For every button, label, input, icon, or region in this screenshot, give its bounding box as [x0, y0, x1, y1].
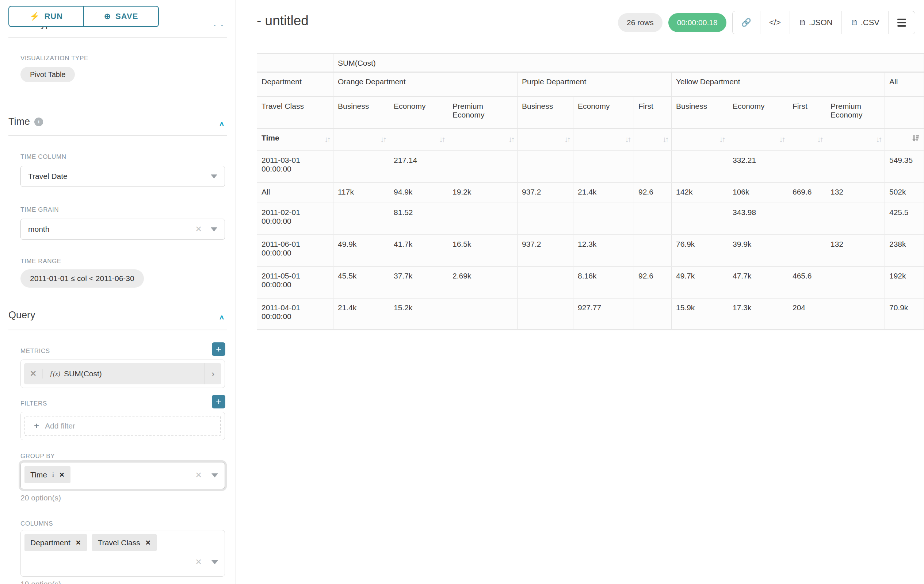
- sort-header-cell[interactable]: ↓↑: [826, 128, 885, 151]
- value-cell: [634, 151, 672, 183]
- pivot-table-container: SUM(Cost)DepartmentOrange DepartmentPurp…: [257, 53, 924, 330]
- plus-icon: +: [34, 421, 39, 431]
- add-filter-button[interactable]: + Add filter: [25, 416, 221, 436]
- row-label-cell: 2011-04-01 00:00:00: [257, 298, 333, 330]
- metric-header-cell: SUM(Cost): [333, 54, 924, 72]
- value-cell: 343.98: [728, 203, 788, 235]
- remove-metric-icon[interactable]: ✕: [24, 369, 43, 378]
- share-link-button[interactable]: 🔗: [733, 12, 760, 34]
- value-cell: 49.7k: [672, 267, 728, 298]
- view-query-button[interactable]: </>: [760, 12, 790, 34]
- columns-select[interactable]: Department✕Travel Class✕ ✕: [20, 530, 225, 577]
- value-cell: [333, 151, 389, 183]
- time-grain-select[interactable]: month ✕: [20, 219, 225, 240]
- chart-title[interactable]: - untitled: [257, 13, 309, 28]
- value-cell: 8.16k: [573, 267, 634, 298]
- clipped-icon-dot: [221, 25, 223, 26]
- value-cell: 106k: [728, 183, 788, 203]
- save-button[interactable]: ⊕ SAVE: [83, 7, 158, 26]
- export-json-button[interactable]: 🗎 .JSON: [790, 12, 842, 34]
- value-cell: 15.2k: [389, 298, 448, 330]
- filters-box: + Add filter: [20, 412, 225, 440]
- query-timer-badge: 00:00:00.18: [668, 13, 726, 32]
- value-cell: 21.4k: [573, 183, 634, 203]
- value-cell: [826, 298, 885, 330]
- sort-header-cell[interactable]: ↓↑: [448, 128, 518, 151]
- clear-icon[interactable]: ✕: [195, 470, 202, 480]
- selected-option-chip[interactable]: Travel Class✕: [92, 534, 157, 551]
- metric-label: SUM(Cost): [64, 369, 102, 378]
- sort-header-cell[interactable]: ↓↑: [672, 128, 728, 151]
- filters-label: FILTERS: [20, 400, 47, 407]
- run-save-button-group: ⚡ RUN ⊕ SAVE: [8, 6, 159, 27]
- value-cell: [518, 267, 573, 298]
- value-cell: 204: [788, 298, 826, 330]
- sort-header-cell[interactable]: ↓↑: [788, 128, 826, 151]
- sort-icon: ↓↑: [439, 135, 444, 144]
- more-options-button[interactable]: [888, 12, 915, 34]
- function-icon: ƒ(x): [50, 370, 60, 378]
- time-range-pill[interactable]: 2011-01-01 ≤ col < 2011-06-30: [20, 269, 144, 288]
- run-button[interactable]: ⚡ RUN: [9, 7, 83, 26]
- remove-chip-icon[interactable]: ✕: [59, 471, 64, 479]
- value-cell: 2.69k: [448, 267, 518, 298]
- clear-icon[interactable]: ✕: [195, 558, 202, 567]
- export-csv-button[interactable]: 🗎 .CSV: [842, 12, 888, 34]
- collapse-query-chevron-icon[interactable]: ∧: [219, 314, 224, 321]
- sub-column-header: Premium Economy: [448, 97, 518, 128]
- value-cell: 927.77: [573, 298, 634, 330]
- chevron-right-icon[interactable]: ›: [204, 363, 221, 384]
- control-panel: Chart Type ⚡ RUN ⊕ SAVE VISUALIZATION TY…: [0, 0, 236, 584]
- time-column-select[interactable]: Travel Date: [20, 166, 225, 187]
- value-cell: 76.9k: [672, 235, 728, 267]
- chevron-down-icon: [211, 227, 217, 231]
- sort-header-cell[interactable]: ↓↑: [333, 128, 389, 151]
- value-cell: [826, 203, 885, 235]
- value-cell: 49.9k: [333, 235, 389, 267]
- value-cell: 94.9k: [389, 183, 448, 203]
- value-cell: [826, 267, 885, 298]
- sort-header-cell[interactable]: [885, 128, 924, 151]
- group-by-options-hint: 20 option(s): [20, 494, 61, 502]
- sort-desc-icon: [911, 134, 920, 143]
- clear-icon[interactable]: ✕: [195, 224, 202, 234]
- remove-chip-icon[interactable]: ✕: [76, 539, 81, 547]
- value-cell: 92.6: [634, 267, 672, 298]
- sort-icon: ↓↑: [876, 135, 881, 144]
- value-cell: 132: [826, 183, 885, 203]
- sort-header-cell[interactable]: ↓↑: [728, 128, 788, 151]
- value-cell: 217.14: [389, 151, 448, 183]
- sub-column-header: First: [788, 97, 826, 128]
- value-cell: [826, 151, 885, 183]
- value-cell: 937.2: [518, 235, 573, 267]
- add-filter-plus-button[interactable]: +: [212, 395, 225, 408]
- remove-chip-icon[interactable]: ✕: [145, 539, 151, 547]
- sort-header-cell[interactable]: ↓↑: [518, 128, 573, 151]
- selected-option-chip[interactable]: Timei✕: [25, 466, 71, 483]
- selected-option-chip[interactable]: Department✕: [25, 534, 87, 551]
- value-cell: [448, 203, 518, 235]
- viz-type-pill[interactable]: Pivot Table: [20, 67, 75, 82]
- chevron-down-icon: [211, 174, 217, 178]
- value-cell: 19.2k: [448, 183, 518, 203]
- column-group-header: Yellow Department: [672, 72, 885, 97]
- sort-icon: ↓↑: [625, 135, 630, 144]
- sort-header-time[interactable]: Time↓↑: [257, 128, 333, 151]
- collapse-time-chevron-icon[interactable]: ∧: [219, 120, 224, 128]
- add-metric-button[interactable]: +: [212, 342, 225, 356]
- metric-pill[interactable]: ✕ ƒ(x) SUM(Cost) ›: [24, 363, 221, 384]
- file-json-icon: 🗎: [799, 18, 807, 27]
- sort-header-cell[interactable]: ↓↑: [573, 128, 634, 151]
- metrics-label: METRICS: [20, 347, 50, 355]
- value-cell: 81.52: [389, 203, 448, 235]
- value-cell: 41.7k: [389, 235, 448, 267]
- value-cell: [634, 203, 672, 235]
- chevron-down-icon: [211, 474, 218, 477]
- group-by-select[interactable]: Timei✕ ✕: [20, 462, 225, 489]
- sort-header-cell[interactable]: ↓↑: [634, 128, 672, 151]
- sort-header-cell[interactable]: ↓↑: [389, 128, 448, 151]
- value-cell: 39.9k: [728, 235, 788, 267]
- sub-column-header: Economy: [389, 97, 448, 128]
- value-cell: 465.6: [788, 267, 826, 298]
- value-cell: [672, 203, 728, 235]
